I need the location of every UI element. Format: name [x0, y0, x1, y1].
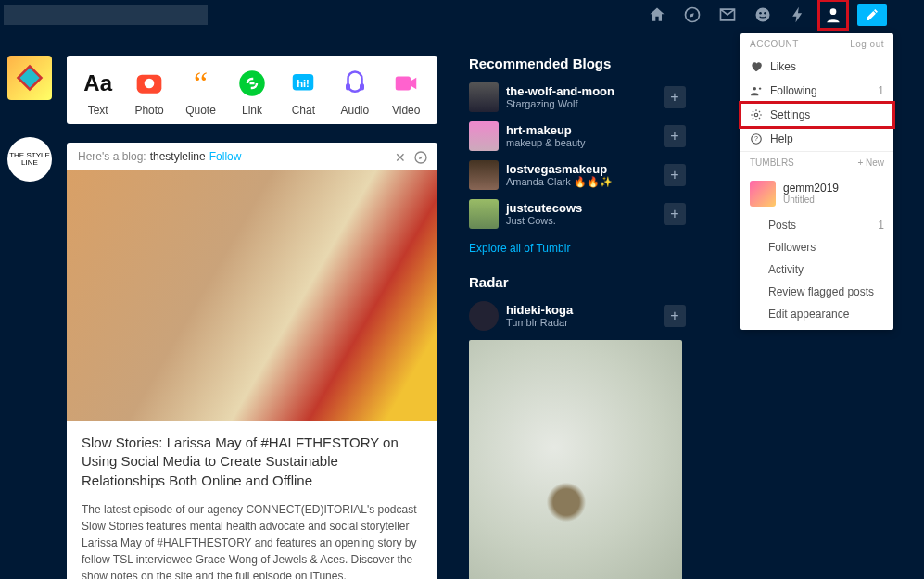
post-type-label: Photo — [134, 104, 163, 117]
svg-marker-5 — [19, 67, 42, 90]
recommended-blog[interactable]: lostvegasmakeupAmanda Clark 🔥🔥✨ + — [469, 160, 686, 190]
explore-all-link[interactable]: Explore all of Tumblr — [469, 242, 570, 255]
dropdown-settings[interactable]: Settings — [740, 103, 893, 127]
svg-point-15 — [753, 87, 757, 91]
post-type-label: Text — [88, 104, 108, 117]
quote-icon: “ — [184, 67, 218, 100]
count-badge: 1 — [878, 84, 884, 97]
post-type-label: Audio — [340, 104, 369, 117]
heart-icon — [750, 60, 763, 73]
follow-plus-button[interactable]: + — [664, 164, 686, 186]
recommended-blog[interactable]: justcutecowsJust Cows. + — [469, 199, 686, 229]
recommended-blog[interactable]: the-wolf-and-moonStargazing Wolf + — [469, 82, 686, 112]
svg-point-2 — [759, 12, 762, 14]
svg-point-3 — [764, 12, 766, 14]
post-type-photo[interactable]: Photo — [126, 67, 172, 117]
dropdown-item-label: Settings — [770, 108, 810, 121]
dropdown-item-label: Posts — [768, 219, 796, 232]
explore-icon[interactable] — [681, 4, 703, 26]
blog-avatar-styleline[interactable]: THE STYLE LINE — [7, 137, 52, 182]
feed-title: Slow Stories: Larissa May of #HALFTHESTO… — [82, 434, 423, 490]
dropdown-posts[interactable]: Posts1 — [740, 214, 893, 236]
blog-avatar — [469, 121, 499, 151]
dropdown-review[interactable]: Review flagged posts — [740, 281, 893, 303]
post-type-label: Chat — [292, 104, 315, 117]
dropdown-tumblrs-label: TUMBLRS — [750, 157, 794, 168]
dropdown-item-label: Followers — [768, 241, 816, 254]
post-type-video[interactable]: Video — [383, 67, 429, 117]
text-icon: Aa — [82, 67, 115, 100]
radar-image[interactable] — [469, 340, 682, 579]
activity-icon[interactable] — [787, 4, 809, 26]
post-type-label: Quote — [185, 104, 216, 117]
blog-tagline: Stargazing Wolf — [506, 98, 614, 110]
close-icon[interactable]: ✕ — [395, 150, 406, 165]
home-icon[interactable] — [646, 4, 668, 26]
gear-icon — [750, 108, 763, 121]
blog-avatar — [469, 301, 499, 331]
blog-name: justcutecows — [506, 201, 582, 216]
post-type-quote[interactable]: “ Quote — [178, 67, 224, 117]
blog-subtitle: Untitled — [783, 195, 839, 206]
svg-point-16 — [754, 113, 758, 117]
dropdown-item-label: Activity — [768, 263, 804, 276]
blog-tagline: makeup & beauty — [506, 137, 586, 149]
radar-blog[interactable]: hideki-kogaTumblr Radar + — [469, 301, 686, 331]
svg-rect-12 — [360, 83, 364, 91]
blog-avatar — [469, 82, 499, 112]
top-nav — [646, 4, 887, 26]
compass-icon[interactable] — [413, 150, 428, 165]
follow-link[interactable]: Follow — [209, 150, 242, 163]
blog-tagline: Amanda Clark 🔥🔥✨ — [506, 176, 613, 188]
feed-image[interactable] — [67, 170, 437, 421]
recommended-blog[interactable]: hrt-makeupmakeup & beauty + — [469, 121, 686, 151]
new-blog-link[interactable]: + New — [857, 157, 884, 168]
following-icon — [750, 84, 763, 97]
dropdown-item-label: Review flagged posts — [768, 285, 874, 298]
svg-rect-11 — [346, 83, 350, 91]
compose-button[interactable] — [857, 4, 887, 26]
post-type-bar: Aa Text Photo “ Quote Link hi! Chat Audi… — [67, 56, 437, 124]
radar-title: Radar — [469, 274, 686, 290]
blog-name: gemm2019 — [783, 182, 839, 195]
dropdown-blog[interactable]: gemm2019 Untitled — [740, 173, 893, 214]
video-icon — [389, 67, 423, 100]
dropdown-account-label: ACCOUNT — [750, 39, 799, 49]
search-input[interactable] — [4, 5, 208, 25]
follow-plus-button[interactable]: + — [664, 125, 686, 147]
follow-plus-button[interactable]: + — [664, 203, 686, 225]
dropdown-following[interactable]: Following 1 — [740, 79, 893, 103]
messaging-icon[interactable] — [752, 4, 774, 26]
follow-plus-button[interactable]: + — [664, 305, 686, 327]
feed-post: Here's a blog: thestyleline Follow ✕ Slo… — [67, 143, 437, 579]
account-icon[interactable] — [822, 4, 844, 26]
post-type-label: Video — [392, 104, 420, 117]
dropdown-help[interactable]: ? Help — [740, 127, 893, 151]
post-type-chat[interactable]: hi! Chat — [280, 67, 326, 117]
inbox-icon[interactable] — [716, 4, 739, 26]
follow-plus-button[interactable]: + — [664, 86, 686, 108]
dropdown-followers[interactable]: Followers — [740, 236, 893, 258]
chat-icon: hi! — [286, 67, 320, 100]
blog-avatar — [469, 199, 499, 229]
svg-text:hi!: hi! — [297, 78, 310, 89]
logout-link[interactable]: Log out — [850, 39, 884, 49]
left-rail: THE STYLE LINE — [7, 56, 52, 182]
post-type-audio[interactable]: Audio — [332, 67, 378, 117]
blog-tagline: Just Cows. — [506, 215, 582, 227]
svg-point-4 — [830, 8, 837, 15]
audio-icon — [338, 67, 372, 100]
account-dropdown: ACCOUNT Log out Likes Following 1 Settin… — [740, 33, 893, 330]
feed-blogname[interactable]: thestyleline — [150, 150, 206, 163]
blog-name: the-wolf-and-moon — [506, 84, 614, 99]
blog-tagline: Tumblr Radar — [506, 317, 573, 329]
post-type-text[interactable]: Aa Text — [75, 67, 121, 117]
help-icon: ? — [750, 132, 763, 145]
dropdown-item-label: Following — [770, 84, 817, 97]
dropdown-activity[interactable]: Activity — [740, 258, 893, 281]
dropdown-likes[interactable]: Likes — [740, 55, 893, 79]
link-icon — [235, 67, 269, 100]
dropdown-edit[interactable]: Edit appearance — [740, 303, 893, 330]
dashboard-avatar[interactable] — [7, 56, 52, 100]
post-type-link[interactable]: Link — [229, 67, 275, 117]
